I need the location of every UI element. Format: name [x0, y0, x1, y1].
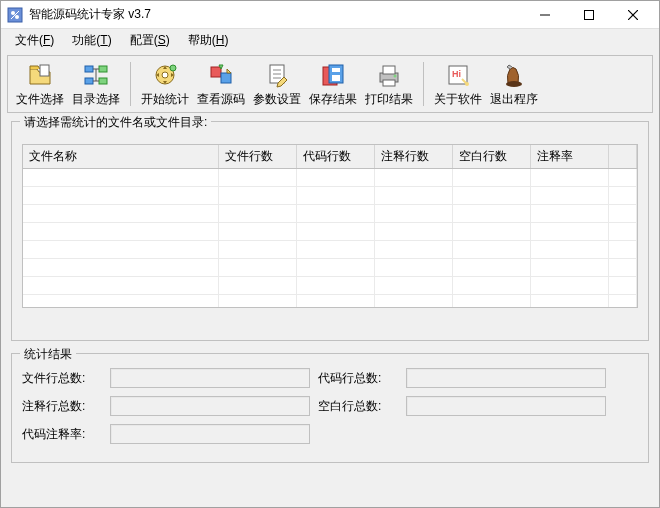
file-lines-field [110, 368, 310, 388]
col-code-lines[interactable]: 代码行数 [296, 145, 374, 169]
tool-about[interactable]: Hi 关于软件 [430, 58, 486, 110]
tool-label: 保存结果 [309, 91, 357, 108]
close-button[interactable] [611, 1, 655, 28]
svg-rect-9 [85, 78, 93, 84]
menu-file[interactable]: 文件(F) [7, 30, 62, 51]
maximize-button[interactable] [567, 1, 611, 28]
dir-select-icon [82, 61, 110, 89]
tool-label: 文件选择 [16, 91, 64, 108]
svg-rect-11 [99, 78, 107, 84]
svg-rect-30 [383, 80, 395, 86]
comment-rate-label: 代码注释率: [22, 426, 102, 443]
app-icon [7, 7, 23, 23]
table-row [23, 241, 637, 259]
comment-lines-field [110, 396, 310, 416]
toolbar: 文件选择 目录选择 开始统计 查看源码 参数设置 [7, 55, 653, 113]
table-row [23, 295, 637, 309]
file-select-legend: 请选择需统计的文件名或文件目录: [20, 114, 211, 131]
tool-save-result[interactable]: 保存结果 [305, 58, 361, 110]
table-header-row: 文件名称 文件行数 代码行数 注释行数 空白行数 注释率 [23, 145, 637, 169]
toolbar-separator [130, 62, 131, 106]
param-set-icon [263, 61, 291, 89]
code-lines-field [406, 368, 606, 388]
svg-point-1 [11, 11, 15, 15]
view-source-icon [207, 61, 235, 89]
tool-file-select[interactable]: 文件选择 [12, 58, 68, 110]
tool-label: 开始统计 [141, 91, 189, 108]
svg-rect-4 [585, 10, 594, 19]
menubar: 文件(F) 功能(T) 配置(S) 帮助(H) [1, 29, 659, 51]
svg-rect-18 [211, 67, 221, 77]
svg-point-34 [465, 82, 469, 86]
minimize-icon [540, 10, 550, 20]
svg-point-31 [394, 74, 397, 77]
menu-help[interactable]: 帮助(H) [180, 30, 237, 51]
close-icon [628, 10, 638, 20]
tool-param-set[interactable]: 参数设置 [249, 58, 305, 110]
table-row [23, 187, 637, 205]
tool-label: 参数设置 [253, 91, 301, 108]
code-lines-label: 代码行总数: [318, 370, 398, 387]
tool-label: 关于软件 [434, 91, 482, 108]
grid: 文件名称 文件行数 代码行数 注释行数 空白行数 注释率 [23, 145, 637, 308]
svg-rect-19 [221, 73, 231, 83]
print-result-icon [375, 61, 403, 89]
col-blank-lines[interactable]: 空白行数 [452, 145, 530, 169]
window-controls [523, 1, 655, 28]
table-row [23, 259, 637, 277]
save-result-icon [319, 61, 347, 89]
results-grid: 文件行总数: 代码行总数: 注释行总数: 空白行总数: 代码注释率: [22, 368, 638, 444]
minimize-button[interactable] [523, 1, 567, 28]
col-comment-rate[interactable]: 注释率 [530, 145, 608, 169]
maximize-icon [584, 10, 594, 20]
tool-dir-select[interactable]: 目录选择 [68, 58, 124, 110]
file-table[interactable]: 文件名称 文件行数 代码行数 注释行数 空白行数 注释率 [22, 144, 638, 308]
tool-exit[interactable]: 退出程序 [486, 58, 542, 110]
tool-label: 退出程序 [490, 91, 538, 108]
table-row [23, 277, 637, 295]
svg-rect-26 [332, 68, 340, 72]
start-stat-icon [151, 61, 179, 89]
menu-function[interactable]: 功能(T) [64, 30, 119, 51]
col-comment-lines[interactable]: 注释行数 [374, 145, 452, 169]
tool-label: 打印结果 [365, 91, 413, 108]
about-icon: Hi [444, 61, 472, 89]
blank-lines-label: 空白行总数: [318, 398, 398, 415]
svg-point-35 [506, 81, 522, 87]
svg-rect-27 [332, 75, 340, 81]
window-title: 智能源码统计专家 v3.7 [29, 6, 523, 23]
table-row [23, 205, 637, 223]
results-legend: 统计结果 [20, 346, 76, 363]
svg-point-2 [15, 15, 19, 19]
col-spacer [608, 145, 637, 169]
svg-rect-29 [383, 66, 395, 74]
tool-print-result[interactable]: 打印结果 [361, 58, 417, 110]
tool-label: 目录选择 [72, 91, 120, 108]
svg-rect-10 [99, 66, 107, 72]
tool-label: 查看源码 [197, 91, 245, 108]
table-row [23, 223, 637, 241]
tool-view-source[interactable]: 查看源码 [193, 58, 249, 110]
col-filename[interactable]: 文件名称 [23, 145, 218, 169]
comment-lines-label: 注释行总数: [22, 398, 102, 415]
blank-lines-field [406, 396, 606, 416]
toolbar-separator [423, 62, 424, 106]
titlebar: 智能源码统计专家 v3.7 [1, 1, 659, 29]
file-lines-label: 文件行总数: [22, 370, 102, 387]
results-group: 统计结果 文件行总数: 代码行总数: 注释行总数: 空白行总数: 代码注释率: [11, 353, 649, 463]
svg-point-16 [162, 72, 168, 78]
svg-text:Hi: Hi [452, 69, 461, 79]
tool-start-stat[interactable]: 开始统计 [137, 58, 193, 110]
app-window: 智能源码统计专家 v3.7 文件(F) 功能(T) 配置(S) 帮助(H) 文件… [0, 0, 660, 508]
col-file-lines[interactable]: 文件行数 [218, 145, 296, 169]
svg-rect-8 [85, 66, 93, 72]
svg-point-17 [170, 65, 176, 71]
exit-icon [500, 61, 528, 89]
file-select-icon [26, 61, 54, 89]
menu-config[interactable]: 配置(S) [122, 30, 178, 51]
comment-rate-field [110, 424, 310, 444]
file-select-group: 请选择需统计的文件名或文件目录: 文件名称 文件行数 代码行数 注释行数 空白行… [11, 121, 649, 341]
table-row [23, 169, 637, 187]
svg-rect-7 [40, 65, 49, 76]
